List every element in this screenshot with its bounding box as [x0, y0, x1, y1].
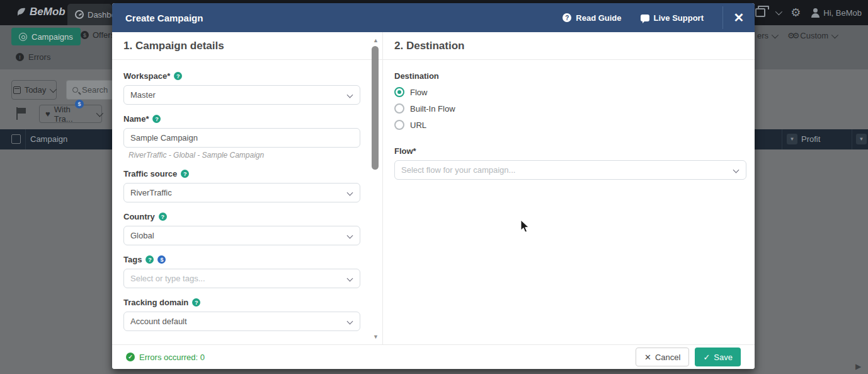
user-menu[interactable]: Hi, BeMob	[811, 8, 862, 18]
tags-info-icon[interactable]: $	[157, 255, 166, 264]
column-divider	[25, 129, 26, 149]
nav-offers-button[interactable]: $ Offers	[81, 30, 115, 40]
traffic-source-value: RiverTraffic	[130, 188, 172, 197]
date-range-button[interactable]: Today	[11, 80, 57, 100]
chevron-down-icon	[347, 276, 353, 282]
help-icon[interactable]: ?	[146, 255, 154, 264]
radio-unselected-icon[interactable]	[394, 120, 404, 130]
column-header-profit[interactable]: Profit	[801, 134, 820, 144]
custom-columns-dropdown[interactable]: ⚙⚙ Custom	[787, 31, 837, 40]
dashboard-icon	[75, 10, 84, 19]
workspace-value: Master	[130, 90, 156, 100]
country-field-group: Country ? Global	[123, 212, 360, 245]
heart-icon: ♥	[45, 110, 50, 118]
radio-built-in-flow-label: Built-In Flow	[410, 104, 455, 114]
profit-filter-icon[interactable]: ▼	[787, 134, 797, 144]
destination-heading: 2. Destination	[383, 32, 755, 60]
errors-warning-icon: !	[16, 53, 24, 61]
destination-group-label: Destination	[394, 71, 746, 81]
user-icon	[811, 8, 819, 17]
logo-text: BeMob	[30, 6, 66, 18]
tab-dashboard-label: Dashboa	[88, 10, 112, 20]
scroll-up-arrow[interactable]: ▲	[373, 37, 379, 44]
read-guide-link[interactable]: ? Read Guide	[562, 13, 621, 23]
radio-option-built-in-flow[interactable]: Built-In Flow	[394, 102, 746, 115]
radio-option-url[interactable]: URL	[394, 119, 746, 131]
save-label: Save	[714, 353, 733, 362]
nav-campaigns-button[interactable]: Campaigns	[11, 28, 81, 45]
tracking-domain-value: Account default	[130, 317, 187, 326]
bemob-logo[interactable]: BeMob	[16, 6, 66, 18]
campaign-details-heading: 1. Campaign details	[112, 32, 382, 60]
chevron-down-icon	[347, 233, 353, 239]
tracking-domain-label: Tracking domain	[123, 298, 188, 307]
chevron-down-icon	[733, 167, 740, 173]
traffic-source-select[interactable]: RiverTraffic	[123, 183, 360, 202]
occluded-dropdown[interactable]: ers	[757, 31, 777, 40]
traffic-source-label: Traffic source	[123, 169, 177, 178]
workspace-select[interactable]: Master	[123, 85, 360, 105]
chevron-down-icon	[50, 85, 57, 92]
live-support-link[interactable]: Live Support	[641, 13, 704, 23]
radio-flow-label: Flow	[410, 88, 427, 97]
gear-icon[interactable]: ⚙	[791, 7, 801, 18]
workspace-field-group: Workspace* ? Master	[123, 71, 360, 105]
select-all-checkbox[interactable]	[11, 134, 21, 144]
radio-unselected-icon[interactable]	[394, 103, 404, 114]
nav-errors-label: Errors	[28, 52, 50, 62]
help-icon[interactable]: ?	[159, 213, 167, 221]
cancel-button[interactable]: ✕ Cancel	[636, 348, 689, 366]
radio-option-flow[interactable]: Flow	[394, 86, 746, 98]
radio-selected-icon[interactable]	[394, 87, 404, 97]
scroll-down-arrow[interactable]: ▼	[373, 334, 379, 340]
name-hint: RiverTraffic - Global - Sample Campaign	[128, 151, 360, 160]
double-gear-icon: ⚙⚙	[787, 31, 797, 40]
custom-dropdown-label: Custom	[800, 31, 828, 40]
scroll-right-arrow[interactable]: ▶	[855, 362, 861, 371]
help-icon[interactable]: ?	[152, 115, 161, 123]
nav-errors-button[interactable]: ! Errors	[16, 52, 50, 62]
help-icon[interactable]: ?	[174, 72, 182, 80]
scrollbar-thumb[interactable]	[372, 46, 379, 170]
chevron-down-icon	[347, 318, 353, 325]
tags-select[interactable]: Select or type tags...	[123, 269, 360, 288]
workspaces-chevron-icon[interactable]	[775, 8, 782, 15]
radio-url-label: URL	[410, 120, 426, 130]
country-label: Country	[123, 212, 155, 221]
flow-select[interactable]: Select flow for your campaign...	[394, 160, 746, 180]
close-icon[interactable]: ✕	[723, 3, 755, 32]
traffic-source-field-group: Traffic source ? RiverTraffic	[123, 169, 360, 202]
name-label: Name*	[123, 114, 149, 124]
tracking-domain-select[interactable]: Account default	[123, 312, 360, 331]
tags-field-group: Tags ? $ Select or type tags...	[123, 255, 360, 288]
column-header-campaign[interactable]: Campaign	[30, 134, 67, 144]
help-icon[interactable]: ?	[192, 298, 200, 307]
column-divider	[782, 129, 782, 149]
save-button[interactable]: ✓ Save	[695, 348, 741, 366]
flag-icon[interactable]	[16, 107, 28, 120]
calendar-icon	[13, 86, 21, 94]
chevron-down-icon	[831, 31, 838, 38]
help-icon[interactable]: ?	[181, 170, 189, 178]
details-scrollbar[interactable]: ▲ ▼	[372, 37, 379, 340]
search-input[interactable]: Search	[66, 80, 112, 100]
date-range-label: Today	[25, 85, 47, 95]
cancel-label: Cancel	[655, 353, 680, 362]
filter-icon[interactable]: ▼	[856, 134, 867, 144]
save-check-icon: ✓	[703, 353, 710, 362]
workspaces-icon[interactable]	[755, 8, 765, 17]
chevron-down-icon	[96, 110, 103, 117]
name-input[interactable]	[123, 128, 360, 148]
mouse-cursor	[520, 219, 530, 236]
tracking-domain-field-group: Tracking domain ? Account default	[123, 298, 360, 331]
country-select[interactable]: Global	[123, 226, 360, 245]
campaign-details-column: 1. Campaign details Workspace* ? Master …	[112, 32, 382, 344]
flow-label: Flow*	[394, 146, 416, 156]
read-guide-label: Read Guide	[576, 13, 621, 23]
traffic-filter-dropdown[interactable]: ♥ With Tra...	[39, 105, 102, 123]
chat-bubble-icon	[641, 15, 649, 21]
cancel-x-icon: ✕	[644, 353, 651, 362]
question-icon: ?	[562, 13, 571, 22]
name-field-group: Name* ? RiverTraffic - Global - Sample C…	[123, 114, 360, 160]
tab-dashboard[interactable]: Dashboa	[67, 4, 112, 25]
